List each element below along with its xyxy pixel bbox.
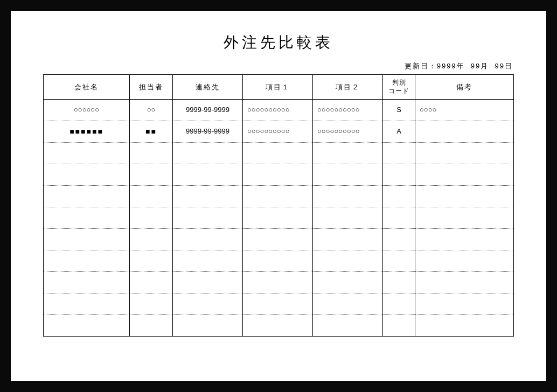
table-row bbox=[44, 164, 514, 186]
cell-person bbox=[130, 315, 173, 337]
cell-code bbox=[383, 186, 415, 207]
table-row bbox=[44, 315, 514, 337]
cell-code: A bbox=[383, 121, 415, 143]
cell-company: ■■■■■■ bbox=[44, 121, 130, 143]
table-row bbox=[44, 272, 514, 293]
cell-item1 bbox=[243, 207, 313, 229]
header-company: 会社名 bbox=[44, 75, 130, 100]
cell-person bbox=[130, 229, 173, 250]
header-person: 担当者 bbox=[130, 75, 173, 100]
header-code: 判別コード bbox=[383, 75, 415, 100]
cell-item2 bbox=[313, 186, 383, 207]
cell-contact bbox=[173, 272, 243, 293]
cell-note bbox=[415, 121, 514, 143]
cell-contact bbox=[173, 250, 243, 272]
cell-note bbox=[415, 250, 514, 272]
cell-note bbox=[415, 143, 514, 164]
cell-note bbox=[415, 293, 514, 315]
update-date: 更新日：9999年 99月 99日 bbox=[43, 61, 514, 71]
cell-note bbox=[415, 229, 514, 250]
cell-company bbox=[44, 207, 130, 229]
cell-item1: ○○○○○○○○○○ bbox=[243, 121, 313, 143]
cell-company bbox=[44, 272, 130, 293]
cell-code bbox=[383, 272, 415, 293]
cell-item1 bbox=[243, 229, 313, 250]
cell-item2 bbox=[313, 164, 383, 186]
update-day: 99日 bbox=[495, 62, 513, 70]
cell-person bbox=[130, 164, 173, 186]
cell-person bbox=[130, 293, 173, 315]
update-month: 99月 bbox=[471, 62, 489, 70]
cell-person: ○○ bbox=[130, 100, 173, 121]
header-note: 備考 bbox=[415, 75, 514, 100]
cell-item1: ○○○○○○○○○○ bbox=[243, 100, 313, 121]
cell-note: ○○○○ bbox=[415, 100, 514, 121]
update-label: 更新日： bbox=[405, 62, 437, 70]
cell-note bbox=[415, 207, 514, 229]
cell-person bbox=[130, 143, 173, 164]
cell-company bbox=[44, 250, 130, 272]
cell-contact bbox=[173, 143, 243, 164]
table-row: ■■■■■■ ■■ 9999-99-9999 ○○○○○○○○○○ ○○○○○○… bbox=[44, 121, 514, 143]
cell-contact bbox=[173, 207, 243, 229]
cell-contact bbox=[173, 293, 243, 315]
cell-company bbox=[44, 143, 130, 164]
cell-note bbox=[415, 315, 514, 337]
table-row: ○○○○○○ ○○ 9999-99-9999 ○○○○○○○○○○ ○○○○○○… bbox=[44, 100, 514, 121]
cell-item2 bbox=[313, 207, 383, 229]
cell-item2 bbox=[313, 143, 383, 164]
update-year: 9999年 bbox=[437, 62, 465, 70]
cell-item1 bbox=[243, 143, 313, 164]
cell-contact bbox=[173, 315, 243, 337]
cell-item2: ○○○○○○○○○○ bbox=[313, 121, 383, 143]
cell-item2 bbox=[313, 315, 383, 337]
cell-company bbox=[44, 164, 130, 186]
cell-company: ○○○○○○ bbox=[44, 100, 130, 121]
table-body: ○○○○○○ ○○ 9999-99-9999 ○○○○○○○○○○ ○○○○○○… bbox=[44, 100, 514, 337]
cell-item2 bbox=[313, 272, 383, 293]
header-item2: 項目２ bbox=[313, 75, 383, 100]
cell-person bbox=[130, 250, 173, 272]
cell-item1 bbox=[243, 186, 313, 207]
table-row bbox=[44, 250, 514, 272]
cell-code bbox=[383, 207, 415, 229]
table-row bbox=[44, 186, 514, 207]
cell-item1 bbox=[243, 293, 313, 315]
table-row bbox=[44, 293, 514, 315]
cell-person bbox=[130, 272, 173, 293]
document-page: 外注先比較表 更新日：9999年 99月 99日 会社名 担当者 連絡先 項目１… bbox=[11, 11, 546, 381]
cell-company bbox=[44, 293, 130, 315]
cell-code: S bbox=[383, 100, 415, 121]
cell-note bbox=[415, 164, 514, 186]
cell-item1 bbox=[243, 164, 313, 186]
header-contact: 連絡先 bbox=[173, 75, 243, 100]
header-item1: 項目１ bbox=[243, 75, 313, 100]
cell-contact: 9999-99-9999 bbox=[173, 100, 243, 121]
cell-code bbox=[383, 143, 415, 164]
cell-person bbox=[130, 186, 173, 207]
comparison-table: 会社名 担当者 連絡先 項目１ 項目２ 判別コード 備考 ○○○○○○ ○○ 9… bbox=[43, 74, 514, 337]
cell-company bbox=[44, 315, 130, 337]
cell-item1 bbox=[243, 250, 313, 272]
document-title: 外注先比較表 bbox=[43, 32, 514, 53]
cell-code bbox=[383, 229, 415, 250]
cell-item1 bbox=[243, 315, 313, 337]
cell-person bbox=[130, 207, 173, 229]
cell-code bbox=[383, 164, 415, 186]
table-header-row: 会社名 担当者 連絡先 項目１ 項目２ 判別コード 備考 bbox=[44, 75, 514, 100]
cell-code bbox=[383, 293, 415, 315]
cell-contact: 9999-99-9999 bbox=[173, 121, 243, 143]
cell-item1 bbox=[243, 272, 313, 293]
cell-item2 bbox=[313, 293, 383, 315]
cell-item2 bbox=[313, 229, 383, 250]
cell-contact bbox=[173, 229, 243, 250]
table-row bbox=[44, 229, 514, 250]
cell-note bbox=[415, 186, 514, 207]
cell-code bbox=[383, 250, 415, 272]
cell-contact bbox=[173, 164, 243, 186]
cell-item2 bbox=[313, 250, 383, 272]
cell-company bbox=[44, 229, 130, 250]
cell-code bbox=[383, 315, 415, 337]
cell-person: ■■ bbox=[130, 121, 173, 143]
cell-contact bbox=[173, 186, 243, 207]
